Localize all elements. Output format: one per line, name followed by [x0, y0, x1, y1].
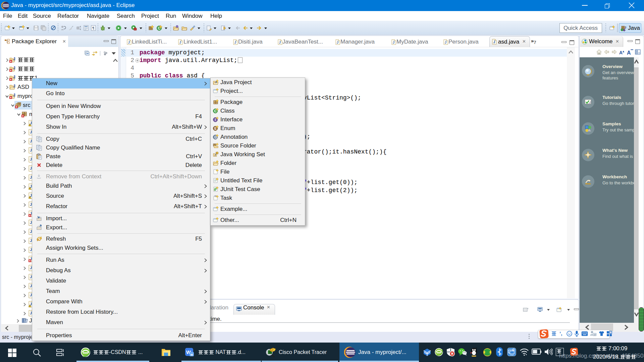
svg-text:J: J — [30, 275, 32, 279]
svg-text:J: J — [234, 41, 236, 44]
svg-text:J: J — [30, 248, 32, 252]
svg-text:¶: ¶ — [92, 26, 94, 30]
svg-text:J: J — [30, 266, 32, 270]
svg-text:J: J — [30, 139, 32, 143]
svg-text:J: J — [30, 221, 32, 225]
svg-text:J: J — [13, 93, 15, 98]
svg-text:J: J — [13, 66, 15, 70]
svg-text:J: J — [128, 41, 130, 44]
svg-text:J: J — [30, 157, 32, 161]
svg-text:J: J — [337, 41, 339, 44]
svg-text:J: J — [30, 293, 32, 297]
svg-text:J: J — [445, 41, 447, 44]
svg-text:J: J — [30, 166, 32, 170]
svg-text:J: J — [279, 41, 281, 44]
svg-text:J: J — [13, 57, 15, 61]
svg-text:J: J — [30, 239, 32, 243]
svg-text:J: J — [30, 230, 32, 234]
svg-text:J: J — [30, 130, 32, 134]
svg-text:J: J — [30, 284, 32, 288]
svg-text:J: J — [13, 75, 15, 79]
svg-text:J: J — [30, 148, 32, 152]
svg-text:B: B — [513, 349, 514, 351]
svg-text:w: w — [190, 353, 193, 356]
svg-text:J: J — [30, 202, 32, 206]
svg-text:J: J — [625, 26, 626, 29]
svg-text:J: J — [393, 41, 395, 44]
svg-text:J: J — [30, 311, 32, 315]
svg-text:J: J — [179, 41, 181, 44]
svg-text:J: J — [13, 84, 15, 88]
svg-text:J: J — [30, 175, 32, 179]
svg-text:J: J — [493, 40, 495, 44]
svg-text:intel: intel — [510, 354, 514, 356]
